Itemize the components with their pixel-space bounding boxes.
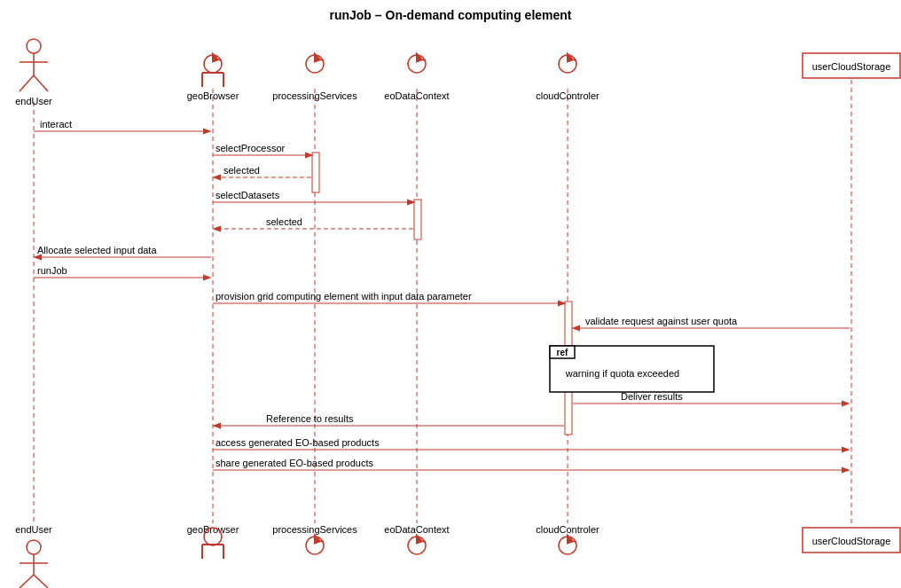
- actor-processingservices-top-label: processingServices: [272, 90, 357, 101]
- actor-eodatacontext-bot-label: eoDataContext: [384, 524, 449, 535]
- actor-cloudcontroler-top-circle: [559, 55, 576, 73]
- diagram-container: runJob – On-demand computing element end…: [0, 0, 901, 588]
- msg-runjob-label: runJob: [37, 265, 67, 276]
- actor-geobrowser-top-circle: [204, 55, 222, 73]
- msg-interact-label: interact: [40, 119, 72, 129]
- msg-selected2-label: selected: [266, 216, 302, 227]
- actor-eodatacontext-top-circle: [408, 55, 426, 73]
- actor-enduser-bot-leg2: [34, 575, 48, 588]
- actor-eodatacontext-bot-circle: [408, 537, 426, 554]
- actor-enduser-bot-leg1: [20, 575, 34, 588]
- actor-enduser-top-leg1: [20, 75, 34, 91]
- diagram-title: runJob – On-demand computing element: [329, 8, 571, 22]
- actor-enduser-top-head: [27, 39, 41, 53]
- actor-usercloudstorage-bot-label: userCloudStorage: [812, 536, 891, 546]
- actor-enduser-bot-head: [27, 540, 41, 554]
- activation-processingservices: [312, 153, 319, 192]
- msg-provision-label: provision grid computing element with in…: [215, 291, 472, 302]
- ref-label-text: ref: [557, 348, 568, 357]
- msg-selectprocessor-label: selectProcessor: [215, 143, 286, 153]
- actor-geobrowser-top-label: geoBrowser: [187, 90, 239, 101]
- ref-content-text: warning if quota exceeded: [565, 368, 679, 379]
- sequence-diagram: runJob – On-demand computing element end…: [0, 0, 901, 588]
- actor-enduser-top-label: endUser: [15, 96, 52, 106]
- msg-share-label: share generated EO-based products: [215, 458, 373, 468]
- msg-deliver-label: Deliver results: [621, 391, 683, 402]
- actor-cloudcontroler-bot-label: cloudControler: [536, 524, 599, 535]
- msg-selected1-label: selected: [223, 165, 260, 176]
- actor-enduser-top-leg2: [34, 75, 48, 91]
- actor-processingservices-top-circle: [306, 55, 324, 73]
- actor-processingservices-bot-circle: [306, 537, 324, 554]
- activation-eodatacontext: [414, 200, 421, 239]
- msg-validate-label: validate request against user quota: [585, 316, 738, 326]
- msg-access-label: access generated EO-based products: [215, 437, 380, 448]
- actor-eodatacontext-top-label: eoDataContext: [384, 90, 449, 101]
- actor-cloudcontroler-bot-circle: [559, 537, 576, 554]
- msg-selectdatasets-label: selectDatasets: [215, 190, 280, 200]
- actor-cloudcontroler-top-label: cloudControler: [536, 90, 599, 101]
- actor-geobrowser-bot-label: geoBrowser: [187, 524, 239, 535]
- actor-usercloudstorage-top-label: userCloudStorage: [812, 61, 891, 72]
- actor-processingservices-bot-label: processingServices: [272, 524, 357, 535]
- actor-enduser-bot-label: endUser: [15, 524, 52, 535]
- msg-allocate-label: Allocate selected input data: [37, 245, 157, 255]
- msg-reference-label: Reference to results: [266, 413, 354, 424]
